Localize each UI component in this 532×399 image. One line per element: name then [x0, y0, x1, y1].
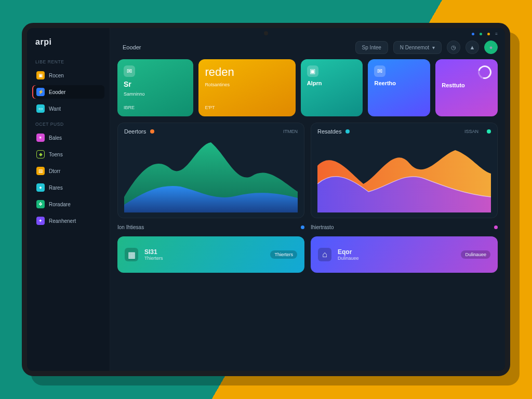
sidebar-item-label: Roradare	[49, 202, 71, 207]
bank-icon: ⌂	[318, 248, 331, 261]
sidebar-item-toens[interactable]: ◆ Toens	[32, 148, 104, 161]
clock-button[interactable]: ◷	[447, 41, 460, 54]
charts-row: Deertors ITMEN	[117, 123, 498, 218]
selector-sp[interactable]: Sp Intee	[355, 41, 388, 54]
sidebar-item-eooder[interactable]: ⚡ Eooder	[32, 85, 104, 99]
area-chart	[317, 135, 491, 212]
clock-icon: ◷	[451, 44, 456, 51]
gem-icon: ✦	[36, 217, 45, 225]
sidebar-item-dtorr[interactable]: ▤ Dtorr	[32, 164, 104, 178]
status-dot-icon	[472, 33, 474, 35]
section-dot-icon	[301, 225, 304, 229]
sidebar-item-label: Eooder	[49, 89, 65, 95]
app-logo: arpi	[32, 35, 104, 53]
breadcrumb: Eooder	[117, 41, 146, 54]
sidebar-item-label: Dtorr	[49, 168, 60, 174]
legend-dot-icon	[150, 129, 154, 134]
bell-icon: ▲	[470, 44, 475, 50]
card-resttuto[interactable]: Resttuto	[435, 59, 498, 116]
section-title-left: Ion Ihtiesas	[117, 224, 304, 230]
sidebar-item-label: Rares	[49, 185, 63, 191]
sidebar-item-roradare[interactable]: ❖ Roradare	[32, 197, 104, 211]
card-title: Reertho	[374, 80, 424, 86]
avatar-icon: ●	[489, 44, 493, 50]
summary-cards: ✉ Sr Samninno IBRE reden Rotsantines E'P…	[117, 59, 498, 116]
status-glyph: ≡	[495, 32, 498, 36]
mail-icon: ✉	[124, 65, 135, 77]
panel-header: Deertors ITMEN	[124, 128, 298, 135]
card-foot: E'PT	[205, 105, 289, 110]
camera-icon: ▣	[307, 65, 318, 77]
section-title-right: Ihiertrasto	[311, 224, 498, 230]
sidebar-group-label: OCET PUSD	[32, 118, 104, 128]
sidebar-item-rocen[interactable]: ▣ Rocen	[32, 69, 104, 82]
card-title: Resttuto	[442, 82, 491, 88]
folder-icon: ▤	[36, 167, 45, 175]
tablet-camera	[264, 31, 268, 35]
mail-icon: ✉	[374, 65, 385, 77]
area-chart	[124, 135, 298, 212]
card-title: Sr	[124, 80, 187, 88]
panel-sub: ITMEN	[283, 129, 298, 134]
sidebar-item-label: Reanhenert	[49, 218, 76, 224]
card-sr[interactable]: ✉ Sr Samninno IBRE	[117, 59, 193, 116]
selector-label: Sp Intee	[362, 45, 381, 50]
progress-ring-icon	[475, 63, 494, 82]
wide-card-left[interactable]: ▦ SI31 Thierters Thierters	[117, 236, 304, 273]
card-title: reden	[205, 65, 289, 79]
card-sub: Samninno	[124, 91, 187, 97]
wide-tag: Dulinauee	[461, 250, 490, 259]
notifications-button[interactable]: ▲	[466, 41, 479, 54]
chart-panel-right: Resatdes ISSAN	[311, 123, 498, 218]
selector-mode[interactable]: N Dennemot ▾	[393, 41, 442, 54]
main-area: ≡ Eooder Sp Intee N Dennemot ▾ ◷ ▲ ●	[110, 28, 505, 371]
section-label: Ihiertrasto	[311, 224, 334, 230]
section-dot-icon	[494, 225, 498, 229]
sidebar-item-rares[interactable]: ● Rares	[32, 181, 104, 194]
hex-icon: ◆	[36, 150, 45, 158]
briefcase-icon: ▦	[125, 248, 138, 261]
chat-icon: ✴	[36, 134, 45, 142]
panel-title: Deertors	[124, 128, 146, 135]
chart-panel-left: Deertors ITMEN	[117, 123, 304, 218]
sidebar-item-want[interactable]: ▭ Want	[32, 102, 104, 115]
panel-title: Resatdes	[317, 128, 341, 135]
sidebar: arpi LIBE RENTE ▣ Rocen ⚡ Eooder ▭ Want …	[27, 28, 110, 371]
legend-dot-icon	[345, 129, 350, 134]
card-sub: Rotsantines	[205, 82, 289, 87]
card-alprn[interactable]: ▣ Alprn	[301, 59, 363, 116]
wide-title: SI31	[144, 248, 163, 256]
sidebar-item-bales[interactable]: ✴ Bales	[32, 131, 104, 144]
topbar: Eooder Sp Intee N Dennemot ▾ ◷ ▲ ●	[110, 39, 505, 59]
wide-card-right[interactable]: ⌂ Eqor Dulinauee Dulinauee	[311, 236, 498, 273]
chevron-down-icon: ▾	[432, 45, 435, 50]
circle-icon: ●	[36, 183, 45, 192]
content: ✉ Sr Samninno IBRE reden Rotsantines E'P…	[110, 59, 505, 371]
chart-body	[317, 135, 491, 212]
wide-tag: Thierters	[270, 250, 297, 259]
bolt-icon: ⚡	[36, 88, 45, 96]
wide-title: Eqor	[338, 248, 359, 256]
card-reertho[interactable]: ✉ Reertho	[368, 59, 430, 116]
leaf-icon: ❖	[36, 200, 45, 208]
sidebar-item-label: Want	[49, 106, 61, 112]
wide-sub: Dulinauee	[338, 256, 359, 261]
panel-sub: ISSAN	[464, 129, 478, 134]
tablet-statusbar: ≡	[110, 28, 505, 39]
card-foot: IBRE	[124, 105, 187, 110]
sidebar-item-reanhenert[interactable]: ✦ Reanhenert	[32, 214, 104, 228]
tablet-frame: arpi LIBE RENTE ▣ Rocen ⚡ Eooder ▭ Want …	[22, 23, 510, 376]
chart-body	[124, 135, 298, 212]
sidebar-item-label: Rocen	[49, 73, 64, 78]
profile-button[interactable]: ●	[484, 41, 498, 54]
legend-dot-icon	[487, 129, 491, 134]
card-title: Alprn	[307, 80, 357, 86]
section-label: Ion Ihtiesas	[117, 224, 144, 230]
sidebar-item-label: Toens	[49, 152, 63, 157]
wide-sub: Thierters	[144, 256, 163, 261]
selector-label: N Dennemot	[400, 45, 429, 50]
card-reden[interactable]: reden Rotsantines E'PT	[198, 59, 295, 116]
panel-header: Resatdes ISSAN	[317, 128, 491, 135]
sidebar-item-label: Bales	[49, 135, 62, 141]
sidebar-group-label: LIBE RENTE	[32, 56, 104, 65]
